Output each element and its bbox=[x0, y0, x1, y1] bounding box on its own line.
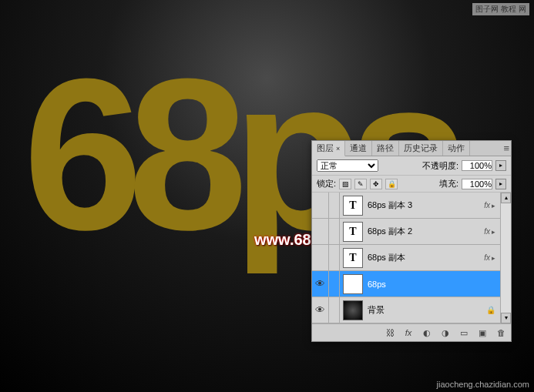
lock-fill-row: 锁定: ▧ ✎ ✥ 🔒 填充: ▸ bbox=[312, 176, 511, 193]
link-layers-icon[interactable]: ⛓ bbox=[383, 327, 397, 339]
layer-row[interactable]: T68ps 副本 3fx▸ bbox=[312, 193, 500, 219]
link-col[interactable] bbox=[329, 297, 340, 323]
blend-mode-select[interactable]: 正常 bbox=[317, 159, 378, 172]
layer-name-label[interactable]: 68ps bbox=[366, 280, 500, 289]
layer-name-label[interactable]: 68ps 副本 2 bbox=[366, 226, 484, 237]
tab-close-icon[interactable]: × bbox=[336, 145, 340, 152]
text-layer-thumb-icon[interactable]: T bbox=[343, 248, 363, 268]
text-layer-thumb-icon[interactable]: T bbox=[343, 196, 363, 216]
chevron-right-icon[interactable]: ▸ bbox=[492, 228, 500, 236]
visibility-toggle[interactable] bbox=[312, 219, 329, 244]
chevron-right-icon[interactable]: ▸ bbox=[492, 254, 500, 262]
opacity-slider-icon[interactable]: ▸ bbox=[495, 160, 506, 171]
layer-name-label[interactable]: 68ps 副本 3 bbox=[366, 199, 484, 211]
tab-channels[interactable]: 通道 bbox=[345, 141, 372, 156]
blend-opacity-row: 正常 不透明度: ▸ bbox=[312, 156, 511, 176]
delete-layer-icon[interactable]: 🗑 bbox=[494, 327, 508, 339]
layer-fx-badge[interactable]: fx bbox=[484, 227, 492, 236]
top-watermark: 图子网 教程 网 bbox=[472, 3, 529, 15]
tab-actions[interactable]: 动作 bbox=[443, 141, 470, 156]
lock-pixels-icon[interactable]: ✎ bbox=[354, 179, 367, 189]
bottom-watermark: jiaocheng.chazidian.com bbox=[437, 380, 529, 389]
visibility-toggle[interactable]: 👁 bbox=[312, 271, 329, 297]
link-col[interactable] bbox=[329, 219, 340, 244]
scrollbar[interactable]: ▴ ▾ bbox=[500, 193, 511, 323]
visibility-toggle[interactable] bbox=[312, 245, 329, 270]
layers-list: T68ps 副本 3fx▸T68ps 副本 2fx▸T68ps 副本fx▸👁T6… bbox=[312, 193, 511, 323]
layer-name-label[interactable]: 68ps 副本 bbox=[366, 252, 484, 263]
layer-row[interactable]: T68ps 副本 2fx▸ bbox=[312, 219, 500, 245]
link-col[interactable] bbox=[329, 193, 340, 218]
eye-icon: 👁 bbox=[315, 304, 325, 316]
adjustment-layer-icon[interactable]: ◑ bbox=[438, 327, 452, 339]
opacity-label: 不透明度: bbox=[422, 160, 458, 172]
layer-mask-icon[interactable]: ◐ bbox=[420, 327, 434, 339]
layers-list-wrap: T68ps 副本 3fx▸T68ps 副本 2fx▸T68ps 副本fx▸👁T6… bbox=[312, 193, 511, 323]
lock-icon: 🔒 bbox=[486, 306, 500, 314]
tab-layers[interactable]: 图层 × bbox=[312, 141, 345, 156]
link-col[interactable] bbox=[329, 245, 340, 270]
eye-icon: 👁 bbox=[315, 278, 325, 290]
chevron-right-icon[interactable]: ▸ bbox=[492, 202, 500, 209]
tab-history[interactable]: 历史记录 bbox=[399, 141, 443, 156]
opacity-input[interactable] bbox=[462, 160, 492, 171]
fill-slider-icon[interactable]: ▸ bbox=[495, 179, 506, 189]
visibility-toggle[interactable]: 👁 bbox=[312, 297, 329, 323]
layer-row[interactable]: T68ps 副本fx▸ bbox=[312, 245, 500, 271]
layer-row[interactable]: 👁背景🔒 bbox=[312, 297, 500, 323]
layers-panel: 图层 × 通道 路径 历史记录 动作 ≡ 正常 不透明度: ▸ 锁定: ▧ ✎ … bbox=[311, 140, 512, 342]
layer-style-icon[interactable]: fx bbox=[401, 327, 415, 339]
lock-all-icon[interactable]: 🔒 bbox=[385, 179, 398, 189]
link-col[interactable] bbox=[329, 271, 340, 297]
background-thumb-icon[interactable] bbox=[343, 300, 363, 320]
panel-menu-icon[interactable]: ≡ bbox=[503, 142, 509, 154]
fill-input[interactable] bbox=[462, 179, 492, 189]
panel-tabs: 图层 × 通道 路径 历史记录 动作 ≡ bbox=[312, 141, 511, 156]
canvas-background: 68ps www.68ps.com 图子网 教程 网 jiaocheng.cha… bbox=[0, 0, 534, 392]
layer-fx-badge[interactable]: fx bbox=[484, 253, 492, 262]
scroll-up-icon[interactable]: ▴ bbox=[501, 193, 511, 203]
layer-group-icon[interactable]: ▭ bbox=[457, 327, 471, 339]
layer-fx-badge[interactable]: fx bbox=[484, 201, 492, 209]
lock-position-icon[interactable]: ✥ bbox=[370, 179, 382, 189]
fx-footer-label: fx bbox=[405, 328, 412, 337]
tab-layers-label: 图层 bbox=[317, 143, 334, 152]
text-layer-thumb-icon[interactable]: T bbox=[343, 274, 363, 294]
layer-name-label[interactable]: 背景 bbox=[366, 304, 486, 316]
new-layer-icon[interactable]: ▣ bbox=[475, 327, 489, 339]
visibility-toggle[interactable] bbox=[312, 193, 329, 218]
layer-row[interactable]: 👁T68ps bbox=[312, 271, 500, 297]
tab-paths[interactable]: 路径 bbox=[372, 141, 399, 156]
lock-label: 锁定: bbox=[317, 178, 336, 189]
lock-transparency-icon[interactable]: ▧ bbox=[339, 179, 351, 189]
panel-footer: ⛓ fx ◐ ◑ ▭ ▣ 🗑 bbox=[312, 323, 511, 341]
scroll-down-icon[interactable]: ▾ bbox=[501, 313, 511, 323]
text-layer-thumb-icon[interactable]: T bbox=[343, 222, 363, 242]
fill-label: 填充: bbox=[439, 178, 458, 189]
